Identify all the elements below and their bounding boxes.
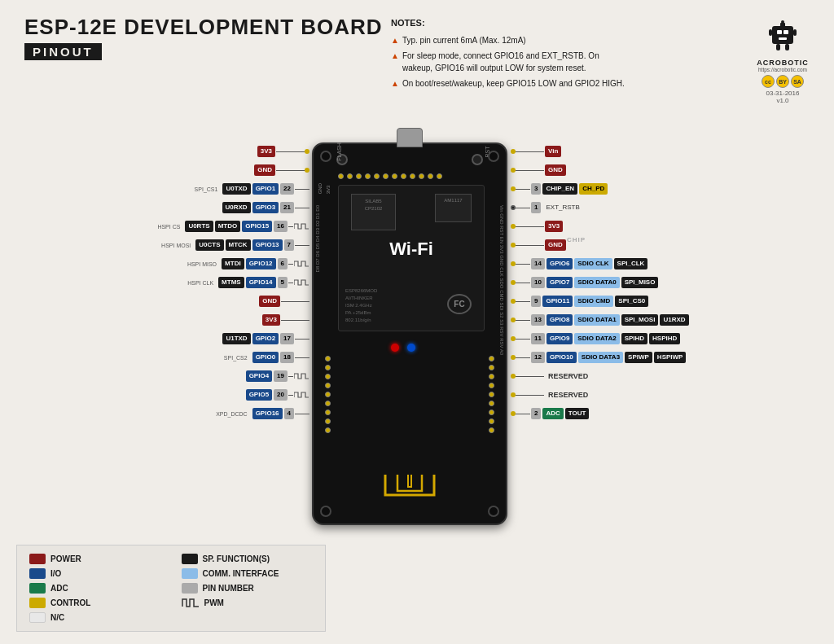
pwm-wave-gpio12 xyxy=(294,260,309,268)
note-2: ▲ For sleep mode, connect GPIO16 and EXT… xyxy=(391,50,627,74)
pwm-wave-gpio14 xyxy=(294,278,309,287)
pin-gpio2: U1TXD GPIO2 17 xyxy=(16,330,309,348)
pin-3v3-r: 3V3 xyxy=(511,217,828,235)
svg-point-5 xyxy=(781,20,784,24)
pin-header-left xyxy=(325,356,331,433)
note-1: ▲ Typ. pin current 6mA (Max. 12mA) xyxy=(391,34,627,46)
legend-pinnum: PIN NUMBER xyxy=(182,583,314,594)
pwm-wave-gpio15 xyxy=(294,222,309,230)
pwm-wave-gpio4 xyxy=(294,372,309,380)
notes-title: NOTES: xyxy=(391,16,627,30)
right-pin-labels: Vin GND 3 CHIP_EN CH_PD 1 EXT_RSTB 3V3 xyxy=(511,142,828,423)
note-3: ▲ On boot/reset/wakeup, keep GPIO15 LOW … xyxy=(391,77,627,90)
pin-gpio13: HSPI MOSI U0CTS MTCK GPIO13 7 xyxy=(16,236,309,254)
page-subtitle: PINOUT xyxy=(24,43,102,60)
legend-io: I/O xyxy=(29,568,161,579)
pwm-wave-gpio5 xyxy=(294,391,309,399)
legend-comm: COMM. INTERFACE xyxy=(182,568,314,579)
flash-label: FLASH xyxy=(336,142,342,161)
pin-gnd-mid: GND xyxy=(16,292,309,310)
pcb-board: FLASH RST SILAB5CP2102 AM1117 Wi-Fi ESP8… xyxy=(312,142,507,525)
cp2102-chip: SILAB5CP2102 xyxy=(351,194,396,230)
antenna-svg xyxy=(377,471,442,499)
legend-grid: POWER SP. FUNCTION(S) I/O COMM. INTERFAC… xyxy=(29,554,313,623)
pin-gpio1: SPI_CS1 U0TXD GPIO1 22 xyxy=(16,180,309,198)
page-title: ESP-12E DEVELOPMENT BOARD xyxy=(24,15,383,40)
top-pin-header xyxy=(338,173,442,179)
sa-icon: SA xyxy=(791,75,804,88)
pin-gnd-r-top: GND xyxy=(511,161,828,179)
pin-gpio12: HSPI MISO MTDI GPIO12 6 xyxy=(16,255,309,273)
header: ESP-12E DEVELOPMENT BOARD PINOUT xyxy=(24,15,383,60)
usb-connector xyxy=(397,128,423,147)
mount-hole-bl xyxy=(320,506,331,517)
pin-gpio10: 12 GPIO10 SDIO DATA3 SPIWP HSPIWP xyxy=(511,348,828,366)
wifi-label: Wi-Fi xyxy=(389,239,433,260)
pin-gpio4: GPIO4 19 xyxy=(16,367,309,385)
legend-adc: ADC xyxy=(29,583,161,594)
pwm-legend-icon xyxy=(182,598,200,608)
pin-gpio0: SPI_CS2 GPIO0 18 xyxy=(16,348,309,366)
mount-hole-br xyxy=(488,506,499,517)
am1117-chip: AM1117 xyxy=(435,194,472,222)
pin-gpio8: 13 GPIO8 SDIO DATA1 SPI_MOSI U1RXD xyxy=(511,311,828,329)
pin-adc: 2 ADC TOUT xyxy=(511,405,828,423)
logo-robot-icon xyxy=(762,15,803,55)
legend-pwm: PWM xyxy=(182,598,314,608)
svg-rect-7 xyxy=(793,29,797,36)
by-icon: BY xyxy=(776,75,789,88)
legend-power: POWER xyxy=(29,554,161,564)
logo-brand: ACROBOTIC xyxy=(746,59,819,67)
svg-rect-9 xyxy=(785,44,789,50)
chip-label: CHIP xyxy=(567,236,586,243)
legend-nc: N/C xyxy=(29,612,161,623)
left-pin-labels: 3V3 GND SPI_CS1 U0TXD GPIO1 22 U0RXD GPI… xyxy=(16,142,309,423)
svg-rect-3 xyxy=(779,37,787,40)
svg-rect-8 xyxy=(776,44,780,50)
legend-control: CONTROL xyxy=(29,598,161,608)
notes-section: NOTES: ▲ Typ. pin current 6mA (Max. 12mA… xyxy=(391,16,627,93)
mount-hole-tr xyxy=(488,151,499,162)
pin-reserved-2: RESERVED xyxy=(511,386,828,404)
reset-button[interactable] xyxy=(472,154,483,165)
right-edge-labels: Vin GND RST EN 3V3 GND CLK SDO CMD SDI S… xyxy=(498,205,504,355)
pin-gpio9: 11 GPIO9 SDIO DATA2 SPIHD HSPIHD xyxy=(511,330,828,348)
pin-gpio7: 10 GPIO7 SDIO DATA0 SPI_MISO xyxy=(511,274,828,291)
led-red xyxy=(391,344,399,352)
pin-3v3-top: 3V3 xyxy=(16,142,309,160)
logo-url: https://acrobotic.com xyxy=(746,67,819,72)
logo-version: v1.0 xyxy=(746,97,819,104)
left-edge-labels: D8 D7 D6 D5 D4 D3 D2 D1 D0 xyxy=(315,205,321,272)
pin-chip-en: 3 CHIP_EN CH_PD xyxy=(511,180,828,198)
pin-header-right xyxy=(489,356,494,433)
pin-gpio6: 14 GPIO6 SDIO CLK SPI_CLK xyxy=(511,255,828,273)
pin-vin: Vin xyxy=(511,142,828,160)
module-text: ESP8266MODAI/THINKERISM 2.4GHzPA +25dBm8… xyxy=(345,287,377,324)
svg-rect-1 xyxy=(777,30,782,34)
pin-gpio11: 9 GPIO11 SDIO CMD SPI_CS0 xyxy=(511,292,828,310)
svg-rect-6 xyxy=(769,29,772,36)
led-blue xyxy=(407,344,415,352)
logo-area: ACROBOTIC https://acrobotic.com cc BY SA… xyxy=(746,15,819,104)
esp-module: SILAB5CP2102 AM1117 Wi-Fi ESP8266MODAI/T… xyxy=(338,185,485,331)
legend-spfunc: SP. FUNCTION(S) xyxy=(182,554,314,564)
pin-3v3-mid: 3V3 xyxy=(16,311,309,329)
pin-gnd-r-mid: GND xyxy=(511,236,828,254)
pin-gpio16: XPD_DCDC GPIO16 4 xyxy=(16,405,309,423)
pin-gnd-top: GND xyxy=(16,161,309,179)
svg-rect-0 xyxy=(772,26,793,44)
pin-reserved-1: RESERVED xyxy=(511,367,828,385)
svg-rect-2 xyxy=(784,30,788,34)
mount-hole-tl xyxy=(320,151,331,162)
legend-area: POWER SP. FUNCTION(S) I/O COMM. INTERFAC… xyxy=(16,545,326,632)
left-pin-row: GND 3V3 xyxy=(317,183,331,194)
pin-gpio15: HSPI CS U0RTS MTDO GPIO15 16 xyxy=(16,217,309,235)
fcc-label: FC xyxy=(447,294,472,314)
pin-gpio3: U0RXD GPIO3 21 xyxy=(16,199,309,217)
cc-icon: cc xyxy=(762,75,775,88)
cc-badges: cc BY SA xyxy=(746,75,819,88)
logo-date: 03-31-2016 xyxy=(746,90,819,97)
pin-ext-rstb: 1 EXT_RSTB xyxy=(511,199,828,217)
pin-gpio5: GPIO5 20 xyxy=(16,386,309,404)
pin-gpio14: HSPI CLK MTMS GPIO14 5 xyxy=(16,274,309,291)
